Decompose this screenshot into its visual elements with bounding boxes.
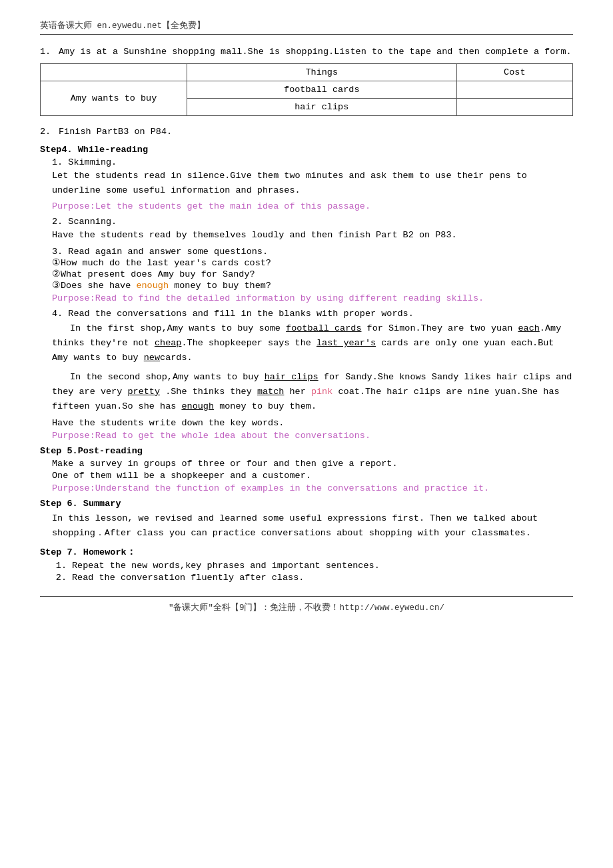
purpose5: Purpose:Understand the function of examp… [52, 483, 573, 493]
para4-p1-d: .The shopkeeper says the [181, 338, 316, 348]
each-link: each [518, 323, 539, 333]
para4-p1-f: cards. [160, 353, 193, 363]
table-row-2-cost [456, 99, 572, 116]
step5-line2: One of them will be a shopkeeper and a c… [52, 471, 573, 481]
table-cost-header: Cost [456, 64, 572, 81]
hair-clips-link: hair clips [265, 372, 318, 382]
have-students: Have the students write down the key wor… [52, 418, 573, 428]
para4-p1-b: for Simon.They are two yuan [367, 323, 518, 333]
page: 英语备课大师 en.eywedu.net【全免费】 1. Amy is at a… [0, 0, 613, 868]
skimming-purpose: Purpose:Let the students get the main id… [52, 201, 573, 211]
para4-p2-f: money to buy them. [219, 401, 316, 411]
last-years-link: last year's [316, 338, 376, 348]
para4-p2-before: In the second shop,Amy wants to buy [70, 372, 259, 382]
step6-heading: Step 6. Summary [40, 499, 573, 509]
table-wrap: Things Cost Amy wants to buy football ca… [40, 63, 573, 116]
footer-text: "备课大师"全科【9门】：免注册，不收费！http://www.eywedu.c… [169, 603, 444, 613]
step4-scanning: 2. Scanning. Have the students read by t… [52, 217, 573, 303]
para4-p2-d: her [290, 387, 311, 397]
table-row-2-thing: hair clips [187, 99, 457, 116]
step4-heading: Step4. While-reading [40, 145, 573, 155]
purpose4: Purpose:Read to get the whole idea about… [52, 431, 573, 441]
scanning-q3: ③Does she have enough money to buy them? [52, 279, 573, 291]
step7-body: 1. Repeat the new words,key phrases and … [52, 561, 573, 583]
para4-p1-a: In the first shop,Amy wants to buy some [70, 323, 281, 333]
intro-text: Amy is at a Sunshine shopping mall.She i… [59, 47, 572, 57]
pretty-link: pretty [127, 387, 160, 397]
scanning-label: 2. Scanning. [52, 217, 573, 227]
header-bar: 英语备课大师 en.eywedu.net【全免费】 [40, 20, 573, 35]
enough-link: enough [181, 401, 214, 411]
table-row-1-cost [456, 81, 572, 99]
new-link: new [144, 353, 160, 363]
step4-skimming: 1. Skimming. Let the students read in si… [52, 157, 573, 211]
skimming-body: Let the students read in silence.Give th… [52, 169, 573, 197]
homework-1-text: Repeat the new words,key phrases and imp… [72, 561, 380, 571]
homework-2-text: Read the conversation fluently after cla… [72, 573, 304, 583]
header-text: 英语备课大师 en.eywedu.net【全免费】 [40, 21, 205, 31]
intro-item: 1. Amy is at a Sunshine shopping mall.Sh… [40, 47, 573, 57]
step6-text: In this lesson, we revised and learned s… [52, 511, 573, 540]
scanning-body: Have the students read by themselves lou… [52, 228, 573, 243]
table-things-header: Things [187, 64, 457, 81]
step5-heading: Step 5.Post-reading [40, 446, 573, 456]
item2-text: Finish PartB3 on P84. [59, 127, 172, 137]
scanning-sub1: 3. Read again and answer some questions. [52, 247, 573, 257]
step5-line1: Make a survey in groups of three or four… [52, 459, 573, 469]
shopping-table: Things Cost Amy wants to buy football ca… [40, 63, 573, 116]
pink-link: pink [311, 387, 332, 397]
scanning-purpose: Purpose:Read to find the detailed inform… [52, 293, 573, 303]
scanning-q1: ①How much do the last year's cards cost? [52, 257, 573, 268]
para4-p1: In the first shop,Amy wants to buy some … [52, 321, 573, 366]
skimming-label: 1. Skimming. [52, 157, 573, 167]
item2: 2. Finish PartB3 on P84. [40, 127, 573, 137]
step5-body: Make a survey in groups of three or four… [52, 459, 573, 493]
football-cards-link: football cards [286, 323, 361, 333]
scanning-q2: ②What present does Amy buy for Sandy? [52, 268, 573, 279]
enough-word-1: enough [136, 281, 169, 291]
homework-item-1: 1. Repeat the new words,key phrases and … [52, 561, 573, 571]
step4-item4: 4. Read the conversations and fill in th… [52, 309, 573, 441]
table-empty-header [41, 64, 187, 81]
step7-heading: Step 7. Homework： [40, 546, 573, 558]
footer-bar: "备课大师"全科【9门】：免注册，不收费！http://www.eywedu.c… [40, 596, 573, 613]
para4-p2: In the second shop,Amy wants to buy hair… [52, 370, 573, 415]
table-row-label: Amy wants to buy [41, 81, 187, 116]
item4-label: 4. Read the conversations and fill in th… [52, 309, 573, 319]
homework-item-2: 2. Read the conversation fluently after … [52, 573, 573, 583]
table-row-1-thing: football cards [187, 81, 457, 99]
step6-body: In this lesson, we revised and learned s… [52, 511, 573, 540]
para4-p2-c: .She thinks they [165, 387, 252, 397]
intro-num: 1. [40, 47, 59, 57]
item2-num: 2. [40, 127, 59, 137]
cheap-link: cheap [155, 338, 182, 348]
match-link: match [257, 387, 285, 397]
